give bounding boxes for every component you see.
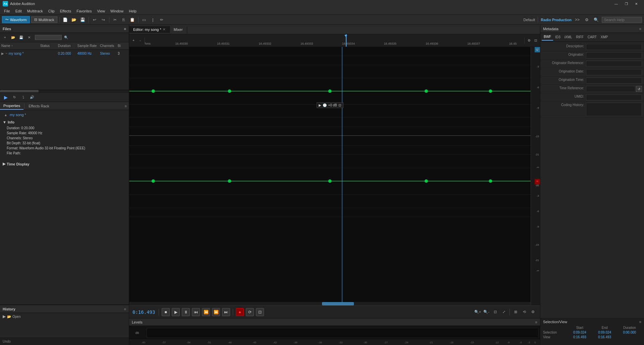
insert-button[interactable]: ⤵ (19, 94, 27, 101)
multitrack-mode-button[interactable]: ⊟ Multitrack (31, 16, 57, 23)
files-new-button[interactable]: + (1, 34, 9, 41)
toolbar-cut-button[interactable]: ✂ (111, 16, 119, 23)
toolbar-open-button[interactable]: 📂 (70, 16, 78, 23)
punch-button[interactable]: ⊡ (256, 308, 264, 316)
menu-effects[interactable]: Effects (57, 8, 74, 14)
meta-tab-xmp[interactable]: XMP (599, 34, 610, 40)
editor-tab-close[interactable]: ✕ (163, 28, 165, 31)
zoom-selection[interactable]: ⊡ (491, 308, 499, 316)
search-input[interactable] (602, 17, 642, 23)
meta-tab-id3[interactable]: ID3 (553, 34, 562, 40)
sv-view-duration[interactable] (618, 335, 641, 339)
zoom-out-transport[interactable]: 🔍- (483, 308, 490, 316)
waveform-mode-button[interactable]: 〜 Waveform (2, 16, 30, 23)
meta-tab-bwf[interactable]: BWF (542, 34, 553, 41)
meta-value-origination-time[interactable] (586, 78, 642, 84)
expand-workspaces-button[interactable]: >> (574, 16, 581, 23)
zoom-out-button[interactable]: - (137, 38, 143, 44)
zoom-in-button[interactable]: + (130, 38, 137, 44)
meta-reset-time-ref-button[interactable]: ↺ (636, 86, 642, 92)
meta-value-originator[interactable] (586, 52, 642, 58)
autoplay-button[interactable]: ↻ (11, 94, 18, 101)
sv-view-start[interactable]: 0:16.493 (568, 335, 591, 339)
loop-button2[interactable]: ⟲ (521, 308, 528, 316)
menu-view[interactable]: View (94, 8, 108, 14)
menu-edit[interactable]: Edit (13, 8, 24, 14)
tab-effects-rack[interactable]: Effects Rack (25, 103, 53, 109)
selection-view-menu-icon[interactable]: ≡ (639, 320, 641, 324)
menu-multitrack[interactable]: Multitrack (24, 8, 46, 14)
menu-favorites[interactable]: Favorites (74, 8, 94, 14)
volume-button[interactable]: 🔊 (28, 94, 36, 101)
skip-fwd-button[interactable]: ⏭ (222, 308, 230, 316)
ruler-zoom-full-button[interactable]: ⊡ (533, 38, 539, 44)
waveform-hscrollbar[interactable] (129, 302, 531, 305)
meta-value-originator-ref[interactable] (586, 61, 642, 67)
menu-help[interactable]: Help (126, 8, 139, 14)
meta-value-time-ref[interactable] (586, 86, 635, 92)
file-row[interactable]: ▶ ~ my song * 0:20.000 48000 Hz Stereo 3 (0, 50, 129, 57)
meta-tab-ixml[interactable]: iXML (562, 34, 574, 40)
meta-value-umid[interactable] (586, 94, 642, 100)
toolbar-undo-button[interactable]: ↩ (91, 16, 98, 23)
search-button[interactable]: 🔍 (592, 16, 600, 23)
editor-tab-mixer[interactable]: Mixer (170, 26, 187, 33)
toolbar-copy-button[interactable]: ⎘ (120, 16, 127, 23)
files-open-button[interactable]: 📂 (9, 34, 17, 41)
toolbar-paste-button[interactable]: 📋 (129, 16, 136, 23)
toolbar-selection-button[interactable]: ▭ (141, 16, 148, 23)
rewind-button[interactable]: ⏪ (202, 308, 210, 316)
workspace-settings-button[interactable]: ⚙ (583, 16, 590, 23)
sv-selection-start[interactable]: 0:09.024 (568, 331, 591, 334)
tab-properties[interactable]: Properties (0, 102, 23, 110)
toolbar-razor-button[interactable]: | (149, 16, 157, 23)
editor-tab-mysong[interactable]: Editor: my song * ✕ (129, 26, 170, 33)
ruler-settings-button[interactable]: ⚙ (526, 38, 532, 44)
zoom-in-transport[interactable]: 🔍+ (474, 308, 481, 316)
sv-selection-duration[interactable]: 0:00.000 (618, 331, 641, 334)
menu-window[interactable]: Window (108, 8, 126, 14)
info-section-header[interactable]: ▼ Info (3, 120, 126, 124)
history-item-open[interactable]: ▶ 📂 Open (0, 313, 129, 320)
toolbar-save-button[interactable]: 💾 (79, 16, 87, 23)
toolbar-new-button[interactable]: 📄 (62, 16, 69, 23)
minimize-button[interactable]: — (611, 0, 621, 7)
waveform-canvas[interactable]: ▶ 🕐 +0 dB ⊡ (129, 47, 531, 305)
meta-tab-riff[interactable]: RIFF (574, 34, 586, 40)
stop-button[interactable]: ■ (162, 308, 170, 316)
loop-button[interactable]: ⟳ (246, 308, 254, 316)
sv-selection-end[interactable]: 0:09.024 (593, 331, 616, 334)
meta-value-description[interactable] (586, 44, 642, 50)
menu-clip[interactable]: Clip (46, 8, 57, 14)
props-menu-icon[interactable]: ≡ (123, 104, 129, 108)
record-button[interactable]: ● (236, 308, 244, 316)
radio-production-button[interactable]: Radio Production (541, 18, 572, 22)
files-search-input[interactable] (35, 35, 62, 40)
settings-transport[interactable]: ⚙ (529, 308, 537, 316)
skip-back-button[interactable]: ⏮ (192, 308, 200, 316)
close-button[interactable]: ✕ (631, 0, 641, 7)
files-save-all-button[interactable]: 💾 (17, 34, 25, 41)
playback-expand-icon[interactable]: ⊡ (338, 103, 341, 107)
meta-tab-cart[interactable]: CART (586, 34, 599, 40)
files-menu-icon[interactable]: ≡ (124, 27, 126, 31)
meta-value-coding-history[interactable] (586, 103, 642, 116)
play-file-button[interactable]: ▶ (2, 94, 9, 101)
snap-button[interactable]: ⊞ (512, 308, 519, 316)
sv-view-end[interactable]: 0:16.493 (593, 335, 616, 339)
maximize-button[interactable]: ❐ (621, 0, 631, 7)
forward-button[interactable]: ⏩ (212, 308, 220, 316)
pause-button[interactable]: ⏸ (182, 308, 190, 316)
files-close-button[interactable]: ✕ (25, 34, 33, 41)
zoom-full[interactable]: ⤢ (500, 308, 507, 316)
levels-menu-icon[interactable]: ≡ (535, 320, 537, 324)
toolbar-pencil-button[interactable]: ✏ (158, 16, 165, 23)
files-search-button[interactable]: 🔍 (62, 34, 70, 41)
play-button[interactable]: ▶ (172, 308, 180, 316)
meta-value-origination-date[interactable] (586, 69, 642, 75)
history-menu-icon[interactable]: ≡ (124, 307, 126, 311)
metadata-menu-icon[interactable]: ≡ (639, 27, 641, 31)
toolbar-redo-button[interactable]: ↪ (100, 16, 107, 23)
menu-file[interactable]: File (1, 8, 13, 14)
time-display-header[interactable]: ▶ Time Display (3, 162, 126, 166)
